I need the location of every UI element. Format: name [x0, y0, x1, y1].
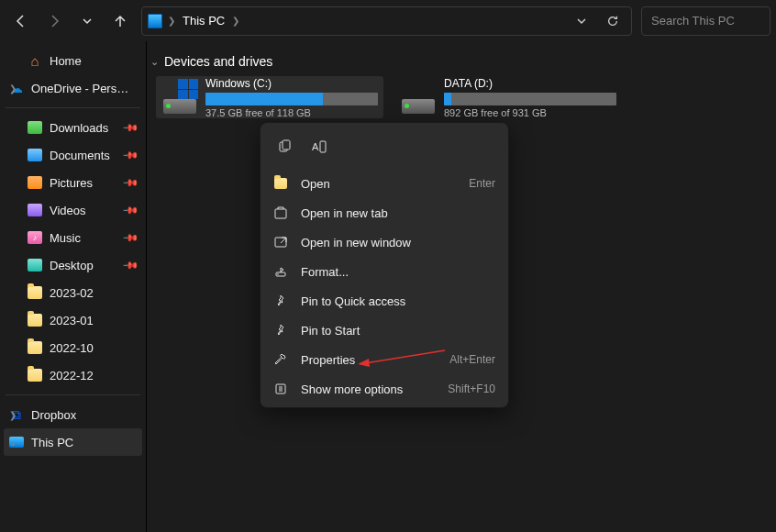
chevron-right-icon: ❯	[168, 16, 175, 26]
pin-icon: 📌	[121, 146, 139, 163]
up-button[interactable]	[105, 6, 136, 37]
svg-text:A: A	[312, 141, 319, 152]
drive-c[interactable]: Windows (C:) 37.5 GB free of 118 GB	[156, 76, 383, 118]
separator	[6, 107, 140, 108]
search-placeholder: Search This PC	[651, 14, 735, 28]
ctx-open-new-window[interactable]: Open in new window	[264, 227, 504, 257]
sidebar-item-onedrive[interactable]: ❯ ☁ OneDrive - Pers…	[4, 74, 142, 102]
ctx-properties[interactable]: PropertiesAlt+Enter	[264, 345, 504, 374]
format-icon	[273, 264, 288, 279]
forward-button[interactable]	[39, 6, 70, 37]
pc-icon	[148, 14, 162, 28]
sidebar-item-folder[interactable]: 2023-02	[4, 279, 142, 306]
ctx-pin-start[interactable]: Pin to Start	[264, 316, 504, 345]
ctx-format[interactable]: Format...	[264, 257, 504, 286]
desktop-icon	[28, 259, 42, 272]
separator	[6, 394, 140, 395]
documents-icon	[28, 149, 42, 161]
breadcrumb-loc[interactable]: This PC	[181, 14, 227, 28]
sidebar-item-desktop[interactable]: Desktop📌	[4, 251, 142, 279]
storage-bar	[205, 93, 378, 105]
downloads-icon	[28, 121, 42, 134]
chevron-right-icon: ❯	[7, 83, 18, 94]
sidebar-item-home[interactable]: ⌂ Home	[4, 47, 142, 74]
group-header-devices[interactable]: ⌄ Devices and drives	[150, 50, 772, 72]
recent-dropdown[interactable]	[72, 6, 103, 37]
sidebar-item-folder[interactable]: 2023-01	[4, 306, 142, 334]
pin-icon	[273, 294, 288, 308]
pin-icon	[273, 323, 288, 338]
context-menu: A OpenEnter Open in new tab Open in new …	[260, 122, 509, 408]
back-button[interactable]	[6, 6, 37, 37]
pin-icon: 📌	[121, 118, 139, 136]
storage-fill	[205, 93, 323, 105]
sidebar-item-music[interactable]: ♪Music📌	[4, 224, 142, 251]
storage-fill	[444, 93, 451, 105]
drive-icon	[400, 79, 437, 116]
sidebar-item-videos[interactable]: Videos📌	[4, 196, 142, 224]
pin-icon: 📌	[121, 201, 139, 218]
chevron-down-icon: ⌄	[150, 56, 159, 68]
sidebar-item-thispc[interactable]: ⌄This PC	[4, 428, 142, 456]
folder-icon	[28, 341, 42, 354]
pin-icon: 📌	[121, 256, 139, 273]
storage-bar	[444, 93, 616, 105]
folder-icon	[28, 286, 42, 299]
videos-icon	[28, 204, 42, 216]
sidebar-item-pictures[interactable]: Pictures📌	[4, 169, 142, 196]
pictures-icon	[28, 176, 42, 189]
wrench-icon	[273, 352, 288, 367]
svg-rect-3	[320, 141, 326, 152]
chevron-down-icon: ⌄	[7, 438, 18, 448]
svg-rect-4	[275, 209, 286, 218]
sidebar-item-documents[interactable]: Documents📌	[4, 141, 142, 169]
ctx-open[interactable]: OpenEnter	[264, 169, 504, 198]
svg-point-7	[277, 273, 279, 275]
refresh-button[interactable]	[600, 8, 626, 34]
rename-button[interactable]: A	[303, 132, 336, 161]
home-icon: ⌂	[28, 53, 42, 68]
new-window-icon	[273, 235, 288, 249]
svg-rect-1	[283, 140, 290, 150]
new-tab-icon	[273, 205, 288, 220]
folder-icon	[28, 369, 42, 382]
music-icon: ♪	[28, 231, 42, 244]
more-icon	[273, 382, 288, 396]
ctx-show-more[interactable]: Show more optionsShift+F10	[264, 374, 504, 404]
drive-d[interactable]: DATA (D:) 892 GB free of 931 GB	[394, 76, 622, 118]
pin-icon: 📌	[121, 173, 139, 191]
folder-icon	[28, 314, 42, 327]
chevron-right-icon: ❯	[7, 410, 18, 420]
pin-icon: 📌	[121, 228, 139, 246]
drive-icon	[161, 79, 198, 116]
sidebar-item-folder[interactable]: 2022-12	[4, 361, 142, 389]
copy-button[interactable]	[268, 132, 301, 161]
folder-icon	[273, 176, 288, 191]
sidebar-item-folder[interactable]: 2022-10	[4, 334, 142, 361]
address-dropdown[interactable]	[569, 8, 594, 34]
address-bar[interactable]: ❯ This PC ❯	[141, 6, 632, 36]
navigation-pane: ⌂ Home ❯ ☁ OneDrive - Pers… Downloads📌 D…	[0, 41, 147, 532]
sidebar-item-dropbox[interactable]: ❯⧉Dropbox	[4, 401, 142, 428]
ctx-open-new-tab[interactable]: Open in new tab	[264, 198, 504, 227]
ctx-pin-quick-access[interactable]: Pin to Quick access	[264, 286, 504, 316]
search-input[interactable]: Search This PC	[641, 6, 770, 36]
sidebar-item-downloads[interactable]: Downloads📌	[4, 114, 142, 141]
chevron-right-icon: ❯	[232, 16, 239, 26]
